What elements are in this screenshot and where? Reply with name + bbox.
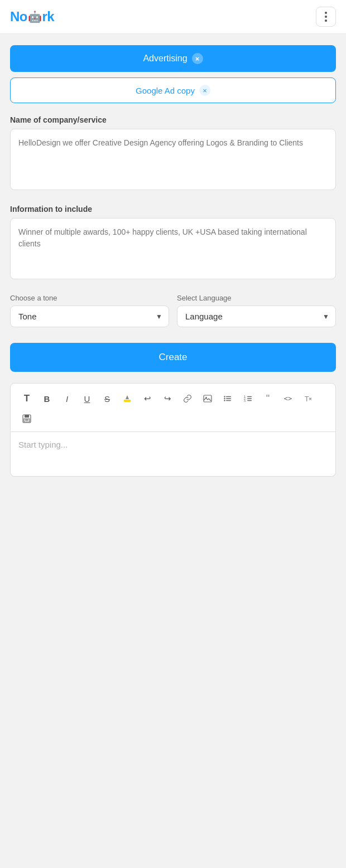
save-button[interactable] — [17, 409, 36, 428]
strikethrough-button[interactable]: S — [98, 389, 117, 408]
tone-label: Choose a tone — [10, 294, 169, 302]
svg-rect-6 — [226, 396, 231, 397]
tone-select[interactable]: Tone Professional Casual Friendly Formal… — [10, 306, 169, 327]
language-select-wrapper: Language English French Spanish German C… — [177, 306, 336, 327]
company-textarea[interactable] — [10, 129, 336, 190]
main-content: Advertising × Google Ad copy × Name of c… — [0, 34, 346, 488]
image-button[interactable] — [198, 389, 217, 408]
tag-label: Google Ad copy — [136, 86, 195, 95]
header: No🤖rk — [0, 0, 346, 34]
category-label: Advertising — [143, 54, 187, 64]
category-close-icon[interactable]: × — [192, 53, 203, 64]
highlight-button[interactable] — [118, 389, 137, 408]
svg-point-4 — [224, 398, 225, 399]
svg-rect-14 — [247, 400, 252, 401]
editor-placeholder: Start typing... — [18, 440, 68, 449]
svg-rect-18 — [25, 419, 28, 420]
svg-point-5 — [224, 400, 225, 401]
unordered-list-button[interactable] — [218, 389, 237, 408]
code-button[interactable]: <> — [278, 389, 297, 408]
svg-point-3 — [224, 396, 225, 397]
svg-rect-16 — [25, 415, 29, 418]
link-button[interactable] — [178, 389, 197, 408]
svg-rect-7 — [226, 398, 231, 399]
tag-button[interactable]: Google Ad copy × — [10, 77, 336, 103]
create-button[interactable]: Create — [10, 343, 336, 372]
ordered-list-button[interactable]: 1.2.3. — [238, 389, 257, 408]
language-group: Select Language Language English French … — [177, 294, 336, 327]
info-section: Information to include — [10, 205, 336, 282]
svg-rect-12 — [247, 396, 252, 397]
info-textarea[interactable] — [10, 218, 336, 279]
menu-dot — [325, 16, 327, 18]
text-format-button[interactable]: T — [17, 389, 36, 408]
category-button[interactable]: Advertising × — [10, 45, 336, 72]
redo-button[interactable]: ↪ — [158, 389, 177, 408]
italic-button[interactable]: I — [57, 389, 76, 408]
company-section: Name of company/service — [10, 115, 336, 192]
menu-button[interactable] — [316, 7, 336, 27]
tag-close-icon[interactable]: × — [199, 85, 210, 96]
bold-button[interactable]: B — [37, 389, 56, 408]
tone-select-wrapper: Tone Professional Casual Friendly Formal… — [10, 306, 169, 327]
language-label: Select Language — [177, 294, 336, 302]
svg-rect-19 — [25, 420, 28, 421]
blockquote-button[interactable]: " — [258, 389, 277, 408]
logo-text-after: rk — [42, 9, 55, 25]
svg-rect-8 — [226, 400, 231, 401]
svg-text:3.: 3. — [244, 399, 246, 403]
svg-rect-13 — [247, 398, 252, 399]
menu-dot — [325, 20, 327, 22]
tone-group: Choose a tone Tone Professional Casual F… — [10, 294, 169, 327]
logo: No🤖rk — [10, 9, 54, 25]
info-label: Information to include — [10, 205, 336, 214]
company-label: Name of company/service — [10, 115, 336, 124]
editor-area[interactable]: Start typing... — [10, 432, 336, 477]
logo-robot-icon: 🤖 — [28, 10, 42, 23]
clear-format-button[interactable]: Tx — [299, 389, 318, 408]
svg-rect-0 — [124, 400, 131, 402]
svg-rect-1 — [204, 395, 212, 402]
undo-button[interactable]: ↩ — [138, 389, 157, 408]
selects-row: Choose a tone Tone Professional Casual F… — [10, 294, 336, 327]
logo-text-before: No — [10, 9, 27, 25]
language-select[interactable]: Language English French Spanish German C… — [177, 306, 336, 327]
underline-button[interactable]: U — [78, 389, 97, 408]
editor-toolbar: T B I U S ↩ ↪ 1.2.3. " <> Tx — [10, 383, 336, 432]
menu-dot — [325, 12, 327, 14]
